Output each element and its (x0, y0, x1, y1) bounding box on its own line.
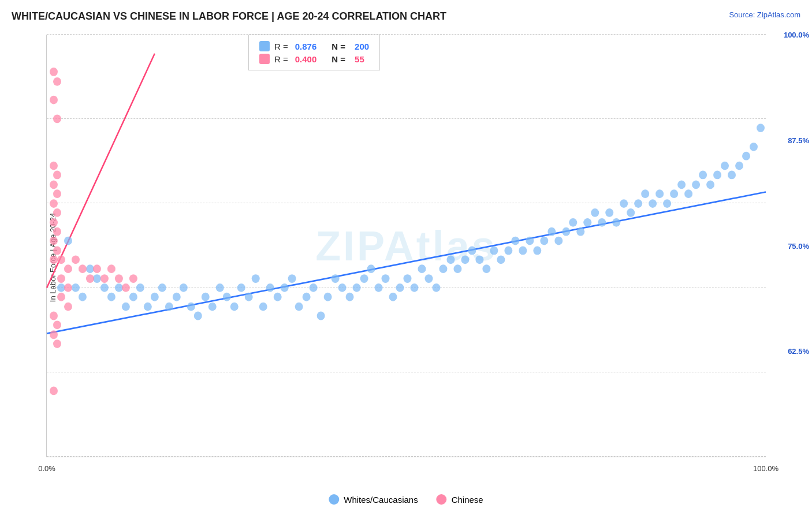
bottom-legend: Whites/Caucasians Chinese (329, 494, 483, 505)
chart-area: ZIPAtlas 100.0% 87.5% 75.0% 62.5% 0.0% 1… (46, 35, 766, 457)
blue-dot (252, 274, 260, 283)
blue-dot (404, 274, 412, 283)
blue-dot (317, 312, 325, 320)
blue-dot (475, 255, 483, 264)
blue-dot (223, 293, 231, 301)
chart-title: WHITE/CAUCASIAN VS CHINESE IN LABOR FORC… (12, 10, 446, 23)
pink-dot (50, 387, 58, 395)
blue-dot (598, 218, 606, 227)
pink-dot (129, 274, 137, 283)
blue-dot (735, 162, 743, 170)
blue-dot (375, 283, 383, 292)
source-label: Source: ZipAtlas.com (729, 10, 800, 19)
blue-dot (663, 199, 671, 208)
blue-dot (346, 293, 354, 301)
pink-dot (50, 162, 58, 170)
blue-dot (173, 293, 181, 301)
x-tick-100: 100.0% (753, 464, 779, 473)
legend-n-label-pink: N = (331, 54, 345, 64)
pink-dot (53, 339, 61, 348)
blue-dot (310, 283, 318, 292)
blue-dot (165, 303, 173, 311)
blue-dot (634, 199, 642, 208)
y-tick-100: 100.0% (784, 31, 809, 39)
blue-dot (641, 189, 649, 198)
blue-dot (324, 293, 332, 301)
pink-dot (50, 199, 58, 208)
legend-color-pink (259, 54, 270, 64)
blue-dot (136, 283, 144, 292)
blue-dot (511, 237, 519, 245)
blue-dot (281, 283, 289, 292)
pink-dot (50, 312, 58, 320)
blue-dot (742, 152, 750, 161)
blue-dot (338, 283, 347, 292)
pink-dot (53, 247, 61, 255)
pink-dot (53, 114, 61, 123)
legend-r-value-blue: 0.876 (295, 42, 317, 51)
x-tick-0: 0.0% (38, 464, 55, 473)
blue-dot (721, 162, 729, 170)
pink-dot (53, 320, 61, 329)
pink-dot (53, 227, 61, 236)
blue-dot (684, 189, 692, 198)
blue-dot (115, 283, 123, 292)
legend-label-whites: Whites/Caucasians (344, 495, 418, 505)
blue-dot (107, 293, 116, 301)
pink-dot (100, 274, 109, 283)
blue-dot (129, 293, 137, 301)
legend-n-value-pink: 55 (355, 54, 364, 64)
pink-dot (53, 77, 61, 86)
pink-dot (50, 180, 58, 189)
blue-dot (86, 264, 94, 273)
pink-dot (53, 171, 61, 180)
pink-dot (50, 237, 58, 245)
pink-dot (72, 255, 80, 264)
blue-dot (353, 283, 361, 292)
blue-dot (245, 293, 253, 301)
pink-dot (79, 264, 87, 273)
blue-dot (526, 237, 534, 245)
blue-dot (504, 247, 512, 255)
blue-dot (554, 237, 563, 245)
blue-dot (453, 264, 461, 273)
blue-dot (750, 143, 758, 151)
pink-dot (50, 218, 58, 227)
legend-item-whites: Whites/Caucasians (329, 494, 418, 505)
blue-dot (158, 283, 166, 292)
y-tick-87: 87.5% (788, 136, 809, 144)
blue-dot (230, 303, 239, 311)
blue-dot (591, 208, 599, 217)
blue-dot (194, 312, 202, 320)
blue-dot (187, 303, 195, 311)
legend-circle-chinese (437, 494, 447, 505)
pink-dot (50, 330, 58, 339)
blue-dot (468, 247, 476, 255)
blue-dot (728, 171, 736, 180)
blue-dot (410, 283, 418, 292)
blue-dot (144, 303, 152, 311)
pink-dot (50, 255, 58, 264)
blue-dot (208, 303, 217, 311)
blue-dot (93, 274, 101, 283)
blue-dot (562, 227, 570, 236)
blue-dot (331, 274, 340, 283)
blue-dot (79, 293, 87, 301)
blue-dot (396, 283, 404, 292)
legend-row-pink: R = 0.400 N = 55 (259, 54, 369, 64)
pink-dot (64, 283, 72, 292)
pink-dot (86, 274, 94, 283)
blue-dot (446, 255, 455, 264)
legend-r-label-blue: R = (274, 42, 288, 51)
scatter-plot (47, 35, 766, 457)
legend-color-blue (259, 41, 270, 51)
pink-regression-line (47, 54, 155, 288)
blue-dot (418, 264, 426, 273)
blue-dot (288, 274, 296, 283)
legend-row-blue: R = 0.876 N = 200 (259, 41, 369, 51)
blue-dot (482, 264, 490, 273)
blue-dot (432, 283, 440, 292)
blue-dot (576, 227, 584, 236)
blue-dot (605, 208, 613, 217)
legend-n-value-blue: 200 (355, 42, 369, 51)
